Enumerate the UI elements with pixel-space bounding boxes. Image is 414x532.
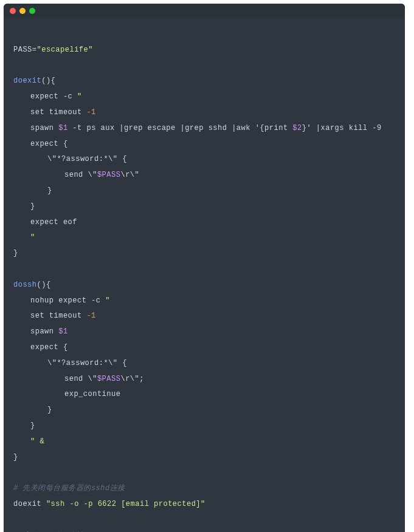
code-line: " [13, 230, 35, 246]
code-body: PASS="escapelife" doexit(){ expect -c " … [4, 18, 405, 532]
titlebar [4, 4, 405, 18]
code-line: doexit [13, 77, 41, 85]
code-line: set timeout -1 [13, 105, 96, 121]
code-line: } [13, 199, 35, 215]
code-line: } [13, 453, 18, 462]
code-line: send \"$PASS\r\"; [13, 372, 144, 387]
code-line: exp_continue [13, 387, 120, 403]
code-line: expect { [13, 137, 68, 152]
code-line: " & [13, 434, 44, 450]
code-line: expect eof [13, 215, 77, 231]
code-comment: # 先关闭每台服务器的sshd连接 [13, 484, 125, 493]
code-window: PASS="escapelife" doexit(){ expect -c " … [4, 4, 405, 532]
code-line: doexit "ssh -o -p 6622 [email protected]… [13, 500, 205, 508]
code-line: } [13, 418, 35, 434]
code-line: send \"$PASS\r\" [13, 168, 139, 183]
code-line: set timeout -1 [13, 309, 96, 324]
code-line: } [13, 403, 52, 418]
code-line: expect -c " [13, 89, 82, 105]
code-line: spawn $1 -t ps aux |grep escape |grep ss… [13, 121, 382, 137]
code-line: \"*?assword:*\" { [13, 152, 127, 168]
minimize-dot-icon[interactable] [19, 8, 26, 14]
code-line: expect { [13, 340, 68, 356]
code-line: } [13, 249, 18, 257]
code-line: PASS="escapelife" [13, 46, 93, 54]
code-line: \"*?assword:*\" { [13, 356, 127, 372]
code-line: spawn $1 [13, 324, 68, 340]
maximize-dot-icon[interactable] [29, 8, 35, 14]
code-line: nohup expect -c " [13, 293, 110, 309]
code-line: dossh [13, 281, 37, 289]
code-line: } [13, 183, 52, 199]
close-dot-icon[interactable] [10, 8, 16, 14]
